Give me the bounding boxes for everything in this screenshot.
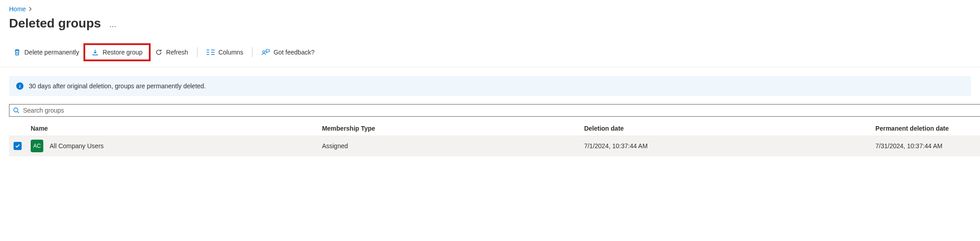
column-header-deletion[interactable]: Deletion date bbox=[580, 121, 871, 136]
restore-group-button[interactable]: Restore group bbox=[87, 46, 147, 59]
table-header-row: Name Membership Type Deletion date Perma… bbox=[9, 121, 980, 136]
refresh-label: Refresh bbox=[166, 49, 188, 56]
command-bar: Delete permanently Restore group Refresh… bbox=[0, 43, 980, 67]
highlight-restore: Restore group bbox=[83, 43, 151, 61]
group-name[interactable]: All Company Users bbox=[50, 142, 104, 150]
deletion-date: 7/1/2024, 10:37:44 AM bbox=[580, 136, 871, 156]
columns-label: Columns bbox=[218, 49, 243, 56]
svg-point-7 bbox=[14, 108, 18, 112]
search-icon bbox=[13, 107, 19, 114]
permanent-deletion-date: 7/31/2024, 10:37:44 AM bbox=[871, 136, 980, 156]
row-checkbox[interactable] bbox=[14, 142, 22, 150]
breadcrumb-home[interactable]: Home bbox=[9, 5, 26, 13]
info-banner-text: 30 days after original deletion, groups … bbox=[29, 82, 206, 90]
feedback-icon bbox=[262, 49, 270, 56]
breadcrumb: Home bbox=[0, 5, 980, 13]
column-header-name[interactable]: Name bbox=[26, 121, 317, 136]
svg-point-6 bbox=[263, 51, 265, 53]
column-header-checkbox[interactable] bbox=[9, 121, 26, 136]
delete-permanently-button[interactable]: Delete permanently bbox=[9, 46, 83, 59]
groups-table: Name Membership Type Deletion date Perma… bbox=[9, 121, 980, 156]
group-avatar: AC bbox=[31, 140, 43, 152]
column-header-membership[interactable]: Membership Type bbox=[317, 121, 580, 136]
table-row[interactable]: AC All Company Users Assigned 7/1/2024, … bbox=[9, 136, 980, 156]
delete-permanently-label: Delete permanently bbox=[24, 49, 79, 56]
page-title: Deleted groups bbox=[9, 16, 101, 31]
restore-group-label: Restore group bbox=[102, 49, 143, 56]
download-icon bbox=[92, 49, 99, 56]
page-header: Deleted groups ⋯ bbox=[0, 16, 980, 31]
trash-icon bbox=[14, 49, 21, 56]
search-input[interactable] bbox=[23, 107, 976, 114]
more-actions-button[interactable]: ⋯ bbox=[109, 22, 117, 31]
columns-button[interactable]: Columns bbox=[202, 46, 248, 59]
feedback-label: Got feedback? bbox=[273, 49, 314, 56]
search-box[interactable] bbox=[9, 104, 980, 117]
column-header-permanent[interactable]: Permanent deletion date bbox=[871, 121, 980, 136]
info-banner: i 30 days after original deletion, group… bbox=[9, 76, 971, 96]
divider bbox=[197, 47, 198, 57]
columns-icon bbox=[207, 49, 215, 55]
divider bbox=[252, 47, 253, 57]
search-container bbox=[9, 104, 980, 117]
membership-type: Assigned bbox=[317, 136, 580, 156]
chevron-right-icon bbox=[28, 7, 32, 11]
refresh-button[interactable]: Refresh bbox=[151, 46, 193, 59]
info-icon: i bbox=[16, 82, 23, 90]
feedback-button[interactable]: Got feedback? bbox=[257, 46, 319, 59]
refresh-icon bbox=[155, 49, 162, 56]
svg-line-8 bbox=[18, 112, 19, 114]
